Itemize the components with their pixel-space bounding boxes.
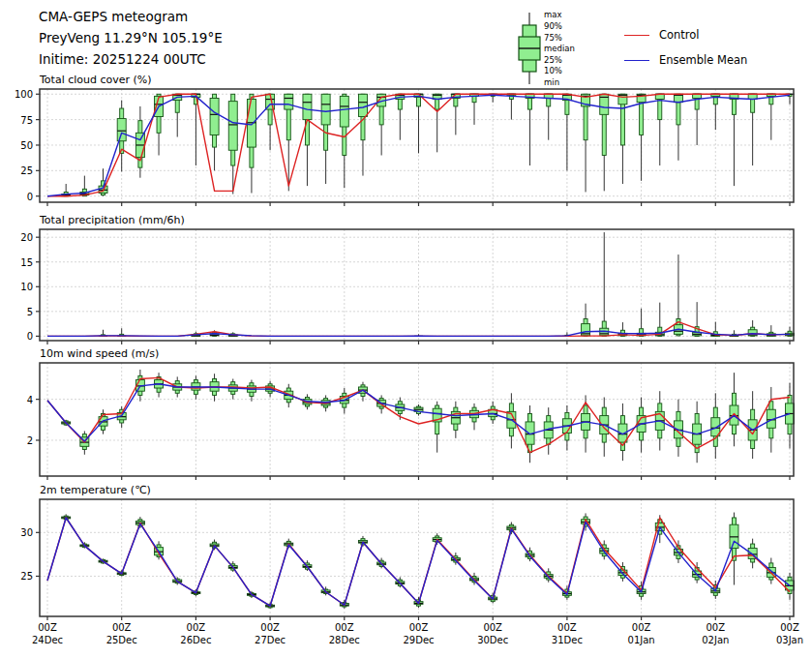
y-tick-label: 30 xyxy=(4,527,33,538)
box-whisker xyxy=(414,94,423,153)
box-whisker xyxy=(433,402,441,453)
y-tick-label: 75 xyxy=(4,114,33,125)
legend-entry-ensemble: Ensemble Mean xyxy=(624,52,747,68)
ensemble-mean-line-swatch xyxy=(624,60,649,61)
box-whisker xyxy=(748,391,757,459)
figure-inittime: Initime: 20251224 00UTC xyxy=(39,48,223,70)
box-whisker xyxy=(786,573,795,600)
box-whisker xyxy=(582,94,590,192)
x-tick-label: 00Z26Dec xyxy=(174,621,217,646)
x-tick-label: 00Z03Jan xyxy=(768,621,811,646)
legend-entry-control: Control xyxy=(624,27,700,43)
box-whisker xyxy=(396,94,405,139)
y-tick-label: 5 xyxy=(4,306,33,316)
box-whisker xyxy=(748,94,757,165)
legend-label-75pct: 75% xyxy=(544,33,562,43)
box-whisker xyxy=(117,101,126,172)
panel-plot-0 xyxy=(40,89,803,210)
box-whisker xyxy=(470,94,479,125)
box-whisker xyxy=(210,94,219,170)
box-whisker xyxy=(730,373,738,446)
figure-title: CMA-GEPS meteogram xyxy=(39,6,223,27)
box-whisker xyxy=(637,94,646,181)
y-tick-label: 100 xyxy=(4,89,33,100)
y-tick-label: 2 xyxy=(4,434,33,445)
box-whisker xyxy=(693,94,702,145)
x-tick-label: 00Z25Dec xyxy=(101,621,143,646)
box-whisker xyxy=(600,232,609,336)
box-whisker xyxy=(526,94,534,165)
y-tick-label: 10 xyxy=(4,282,33,292)
figure-header: CMA-GEPS meteogram PreyVeng 11.29°N 105.… xyxy=(39,6,223,70)
legend-label-90pct: 90% xyxy=(544,21,562,31)
box-whisker xyxy=(693,402,702,463)
y-tick-label: 15 xyxy=(4,256,33,267)
box-whisker xyxy=(192,94,200,165)
panel-plot-3 xyxy=(40,499,803,624)
box-whisker xyxy=(786,383,795,449)
box-whisker xyxy=(637,309,646,337)
legend-label-median: median xyxy=(544,44,575,53)
legend-label-max: max xyxy=(544,10,562,19)
panel-title-0: Total cloud cover (%) xyxy=(40,74,152,86)
box-whisker xyxy=(247,380,256,402)
ensemble-mean-label: Ensemble Mean xyxy=(659,53,747,67)
box-whisker xyxy=(507,94,516,119)
x-tick-label: 00Z01Jan xyxy=(620,621,663,646)
box-whisker xyxy=(711,94,720,130)
x-tick-label: 00Z27Dec xyxy=(249,621,291,646)
box-whisker xyxy=(470,404,479,431)
panel-title-3: 2m temperature (℃) xyxy=(40,484,151,496)
y-tick-label: 25 xyxy=(4,571,33,582)
box-whisker xyxy=(135,106,144,178)
box-whisker xyxy=(155,94,164,155)
panel-title-2: 10m wind speed (m/s) xyxy=(40,347,159,360)
panel-plot-1 xyxy=(40,229,803,348)
box-whisker xyxy=(655,303,664,337)
x-tick-label: 00Z24Dec xyxy=(26,621,69,646)
box-whisker xyxy=(451,94,460,135)
box-whisker xyxy=(451,402,460,438)
box-whisker xyxy=(377,94,386,155)
y-tick-label: 25 xyxy=(4,165,33,176)
control-label: Control xyxy=(659,28,700,42)
box-whisker xyxy=(303,94,312,186)
box-whisker xyxy=(562,94,571,170)
x-tick-label: 00Z29Dec xyxy=(398,621,440,646)
box-whisker xyxy=(266,94,275,150)
y-tick-label: 20 xyxy=(4,232,33,243)
box-whisker xyxy=(730,94,738,186)
x-tick-label: 00Z02Jan xyxy=(694,621,737,646)
panel-title-1: Total precipitation (mm/6h) xyxy=(40,214,185,226)
y-tick-label: 50 xyxy=(4,139,33,150)
boxplot-legend: max 90% 75% median 25% 10% min xyxy=(513,8,639,89)
box-whisker xyxy=(489,402,497,424)
box-whisker xyxy=(228,379,237,400)
box-whisker xyxy=(674,94,682,161)
x-tick-label: 00Z30Dec xyxy=(471,621,514,646)
legend-label-min: min xyxy=(544,77,559,87)
panel-plot-2 xyxy=(40,363,803,484)
boxplot-legend-glyph xyxy=(513,8,639,89)
x-tick-label: 00Z28Dec xyxy=(323,621,366,646)
box-whisker xyxy=(173,94,182,136)
box-whisker xyxy=(767,94,775,139)
control-line-swatch xyxy=(624,35,649,36)
box-whisker xyxy=(340,94,348,188)
box-whisker xyxy=(582,395,590,452)
box-whisker xyxy=(600,94,609,191)
box-whisker xyxy=(414,404,423,416)
y-tick-label: 4 xyxy=(4,394,33,404)
y-tick-label: 0 xyxy=(4,331,33,342)
legend-label-10pct: 10% xyxy=(544,66,562,75)
box-whisker xyxy=(544,407,553,455)
x-tick-label: 00Z31Dec xyxy=(546,621,588,646)
box-whisker xyxy=(433,94,441,152)
box-whisker xyxy=(748,539,757,569)
box-whisker xyxy=(544,94,553,139)
legend-label-25pct: 25% xyxy=(544,55,562,65)
box-whisker xyxy=(655,94,664,165)
meteogram-figure: CMA-GEPS meteogram PreyVeng 11.29°N 105.… xyxy=(0,0,812,658)
figure-location: PreyVeng 11.29°N 105.19°E xyxy=(39,27,223,48)
box-whisker xyxy=(117,328,126,336)
